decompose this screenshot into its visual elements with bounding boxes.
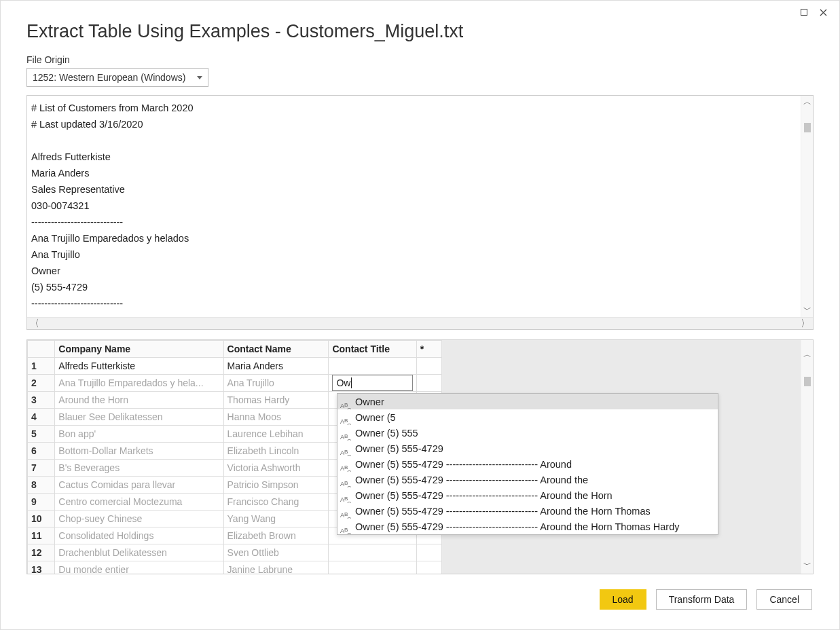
cell-contact[interactable]: Maria Anders	[223, 358, 329, 375]
cell-company[interactable]: Du monde entier	[55, 561, 223, 574]
cell-contact[interactable]: Yang Wang	[223, 511, 329, 527]
maximize-button[interactable]	[795, 5, 814, 20]
scroll-left-icon: 〈	[30, 318, 39, 330]
cell-company[interactable]: Consolidated Holdings	[55, 527, 223, 544]
load-button[interactable]: Load	[600, 589, 646, 610]
cell-contact[interactable]: Sven Ottlieb	[223, 544, 329, 561]
cell-contact[interactable]: Elizabeth Brown	[223, 527, 329, 544]
grid-vertical-scrollbar[interactable]: ︿ ﹀	[801, 340, 813, 574]
row-number[interactable]: 4	[28, 409, 55, 426]
file-origin-select[interactable]: 1252: Western European (Windows)	[26, 68, 208, 87]
cell-contact[interactable]: Laurence Lebihan	[223, 426, 329, 443]
scroll-right-icon: 〉	[801, 318, 810, 330]
cell-contact[interactable]: Ana Trujillo	[223, 375, 329, 392]
cell-company[interactable]: Bon app'	[55, 426, 223, 443]
autocomplete-item-label: Owner (5) 555	[355, 428, 418, 439]
cell-title[interactable]: Ow	[329, 375, 416, 392]
transform-data-button[interactable]: Transform Data	[656, 589, 748, 610]
titlebar	[1, 1, 839, 20]
cell-title[interactable]	[329, 561, 416, 574]
svg-rect-0	[801, 10, 807, 16]
row-number[interactable]: 3	[28, 392, 55, 409]
cell-extra[interactable]	[416, 358, 441, 375]
cell-contact[interactable]: Francisco Chang	[223, 494, 329, 511]
dialog-buttons: Load Transform Data Cancel	[26, 589, 814, 610]
cell-contact[interactable]: Patricio Simpson	[223, 477, 329, 494]
autocomplete-dropdown: BOwnerBOwner (5BOwner (5) 555BOwner (5) …	[337, 393, 718, 535]
cell-contact[interactable]: Janine Labrune	[223, 561, 329, 574]
examples-grid: Company Name Contact Name Contact Title …	[26, 339, 814, 574]
title-input[interactable]: Ow	[332, 375, 412, 391]
table-row: 13Du monde entierJanine Labrune	[28, 561, 442, 574]
autocomplete-item[interactable]: BOwner (5) 555-4729 --------------------…	[337, 503, 718, 519]
scroll-thumb[interactable]	[804, 377, 811, 386]
column-header-title[interactable]: Contact Title	[329, 341, 416, 358]
column-header-contact[interactable]: Contact Name	[223, 341, 329, 358]
file-preview-text: # List of Customers from March 2020 # La…	[27, 96, 813, 317]
row-number[interactable]: 6	[28, 443, 55, 460]
autocomplete-item[interactable]: BOwner (5) 555-4729 --------------------…	[337, 472, 718, 487]
autocomplete-item-label: Owner (5) 555-4729	[355, 443, 443, 454]
dialog-window: Extract Table Using Examples - Customers…	[0, 0, 840, 630]
row-number[interactable]: 7	[28, 460, 55, 477]
close-button[interactable]	[814, 5, 833, 20]
row-number[interactable]: 2	[28, 375, 55, 392]
file-origin-label: File Origin	[26, 54, 814, 65]
cell-company[interactable]: Around the Horn	[55, 392, 223, 409]
autocomplete-item[interactable]: BOwner (5) 555-4729 --------------------…	[337, 456, 718, 472]
autocomplete-item-label: Owner (5) 555-4729 ---------------------…	[355, 475, 588, 485]
table-row: 1Alfreds FutterkisteMaria Anders	[28, 358, 442, 375]
row-number[interactable]: 11	[28, 527, 55, 544]
cell-company[interactable]: Drachenblut Delikatessen	[55, 544, 223, 561]
row-number[interactable]: 5	[28, 426, 55, 443]
row-number[interactable]: 12	[28, 544, 55, 561]
cell-title[interactable]	[329, 544, 416, 561]
autocomplete-item[interactable]: BOwner (5	[337, 409, 718, 425]
cell-company[interactable]: Alfreds Futterkiste	[55, 358, 223, 375]
column-header-company[interactable]: Company Name	[55, 341, 223, 358]
autocomplete-item-label: Owner (5	[355, 412, 396, 423]
preview-vertical-scrollbar[interactable]: ︿ ﹀	[801, 96, 813, 317]
row-number[interactable]: 13	[28, 561, 55, 574]
cell-extra[interactable]	[416, 561, 441, 574]
cell-company[interactable]: Ana Trujillo Emparedados y hela...	[55, 375, 223, 392]
scroll-down-icon: ﹀	[803, 559, 811, 571]
cell-extra[interactable]	[416, 375, 441, 392]
cell-contact[interactable]: Victoria Ashworth	[223, 460, 329, 477]
scroll-thumb[interactable]	[804, 123, 811, 132]
row-number[interactable]: 8	[28, 477, 55, 494]
row-number[interactable]: 10	[28, 511, 55, 527]
cell-company[interactable]: Centro comercial Moctezuma	[55, 494, 223, 511]
table-row: 12Drachenblut DelikatessenSven Ottlieb	[28, 544, 442, 561]
cell-company[interactable]: B's Beverages	[55, 460, 223, 477]
preview-horizontal-scrollbar[interactable]: 〈 〉	[27, 317, 813, 329]
cell-contact[interactable]: Hanna Moos	[223, 409, 329, 426]
cancel-button[interactable]: Cancel	[756, 589, 812, 610]
autocomplete-item[interactable]: BOwner (5) 555-4729 --------------------…	[337, 487, 718, 503]
cell-contact[interactable]: Thomas Hardy	[223, 392, 329, 409]
close-icon	[820, 9, 827, 16]
cell-title[interactable]	[329, 358, 416, 375]
autocomplete-item-label: Owner (5) 555-4729 ---------------------…	[355, 490, 613, 501]
autocomplete-item-label: Owner	[355, 396, 384, 407]
maximize-icon	[801, 9, 807, 16]
row-number[interactable]: 1	[28, 358, 55, 375]
cell-extra[interactable]	[416, 544, 441, 561]
file-preview: # List of Customers from March 2020 # La…	[26, 95, 814, 330]
cell-company[interactable]: Cactus Comidas para llevar	[55, 477, 223, 494]
scroll-up-icon: ︿	[803, 96, 811, 108]
cell-company[interactable]: Blauer See Delikatessen	[55, 409, 223, 426]
row-header-corner	[28, 341, 55, 358]
autocomplete-item-label: Owner (5) 555-4729 ---------------------…	[355, 459, 572, 470]
table-row: 2Ana Trujillo Emparedados y hela...Ana T…	[28, 375, 442, 392]
autocomplete-item[interactable]: BOwner (5) 555	[337, 425, 718, 441]
autocomplete-item[interactable]: BOwner (5) 555-4729	[337, 441, 718, 456]
autocomplete-item[interactable]: BOwner	[337, 394, 718, 409]
cell-company[interactable]: Chop-suey Chinese	[55, 511, 223, 527]
row-number[interactable]: 9	[28, 494, 55, 511]
autocomplete-item[interactable]: BOwner (5) 555-4729 --------------------…	[337, 519, 718, 534]
cell-contact[interactable]: Elizabeth Lincoln	[223, 443, 329, 460]
cell-company[interactable]: Bottom-Dollar Markets	[55, 443, 223, 460]
scroll-down-icon: ﹀	[803, 303, 811, 316]
column-header-add[interactable]: *	[416, 341, 441, 358]
